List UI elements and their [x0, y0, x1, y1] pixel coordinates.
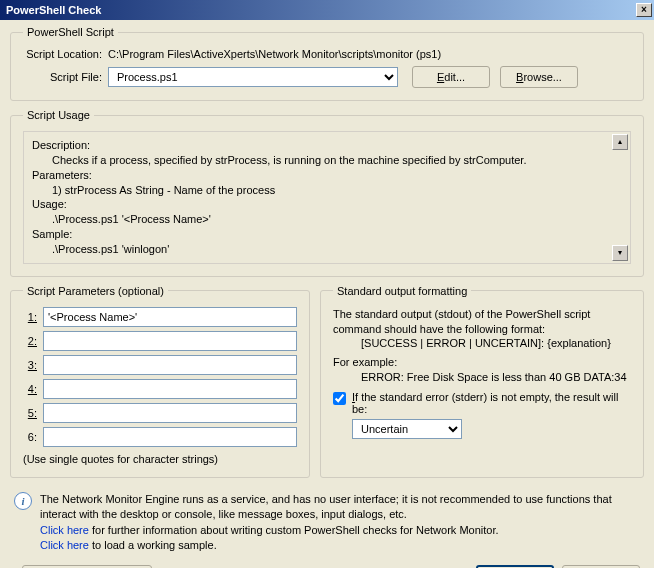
dialog-body: PowerShell Script Script Location: C:\Pr…	[0, 20, 654, 568]
param-label-1: 1:	[23, 311, 43, 323]
script-parameters-legend: Script Parameters (optional)	[23, 285, 168, 297]
scroll-up-button[interactable]: ▴	[612, 134, 628, 150]
browse-button[interactable]: Browse...	[500, 66, 578, 88]
script-usage-text: ▴ ▾ Description: Checks if a process, sp…	[23, 131, 631, 264]
stderr-label: If the standard error (stderr) is not em…	[352, 391, 631, 415]
powershell-script-legend: PowerShell Script	[23, 26, 118, 38]
param-input-4[interactable]	[43, 379, 297, 399]
param-input-1[interactable]	[43, 307, 297, 327]
param-label-3: 3:	[23, 359, 43, 371]
info-link-1[interactable]: Click here	[40, 524, 89, 536]
param-label-6: 6:	[23, 431, 43, 443]
usage-usage-text: .\Process.ps1 '<Process Name>'	[32, 212, 608, 227]
script-usage-group: Script Usage ▴ ▾ Description: Checks if …	[10, 109, 644, 277]
param-label-4: 4:	[23, 383, 43, 395]
param-input-6[interactable]	[43, 427, 297, 447]
param-input-2[interactable]	[43, 331, 297, 351]
close-button[interactable]: ×	[636, 3, 652, 17]
script-parameters-group: Script Parameters (optional) 1: 2: 3: 4:…	[10, 285, 310, 478]
script-location-value: C:\Program Files\ActiveXperts\Network Mo…	[108, 48, 441, 60]
stdout-example: For example: ERROR: Free Disk Space is l…	[333, 355, 631, 385]
usage-desc-text: Checks if a process, specified by strPro…	[32, 153, 608, 168]
stdout-legend: Standard output formatting	[333, 285, 471, 297]
param-input-3[interactable]	[43, 355, 297, 375]
usage-usage-heading: Usage:	[32, 197, 608, 212]
param-label-2: 2:	[23, 335, 43, 347]
info-text: The Network Monitor Engine runs as a ser…	[40, 492, 640, 554]
scroll-down-button[interactable]: ▾	[612, 245, 628, 261]
param-label-5: 5:	[23, 407, 43, 419]
stderr-result-select[interactable]: Uncertain	[352, 419, 462, 439]
usage-desc-heading: Description:	[32, 138, 608, 153]
usage-sample-text: .\Process.ps1 'winlogon'	[32, 242, 608, 257]
window-title: PowerShell Check	[6, 4, 636, 16]
script-file-select[interactable]: Process.ps1	[108, 67, 398, 87]
params-hint: (Use single quotes for character strings…	[23, 453, 297, 465]
usage-params-text: 1) strProcess As String - Name of the pr…	[32, 183, 608, 198]
stderr-checkbox[interactable]	[333, 392, 346, 405]
powershell-script-group: PowerShell Script Script Location: C:\Pr…	[10, 26, 644, 101]
edit-button[interactable]: Edit...	[412, 66, 490, 88]
param-input-5[interactable]	[43, 403, 297, 423]
script-location-label: Script Location:	[23, 48, 108, 60]
usage-sample-heading: Sample:	[32, 227, 608, 242]
stdout-desc: The standard output (stdout) of the Powe…	[333, 307, 631, 352]
script-usage-legend: Script Usage	[23, 109, 94, 121]
info-icon: i	[14, 492, 32, 510]
stdout-formatting-group: Standard output formatting The standard …	[320, 285, 644, 478]
title-bar: PowerShell Check ×	[0, 0, 654, 20]
script-file-label: Script File:	[23, 71, 108, 83]
usage-params-heading: Parameters:	[32, 168, 608, 183]
info-link-2[interactable]: Click here	[40, 539, 89, 551]
